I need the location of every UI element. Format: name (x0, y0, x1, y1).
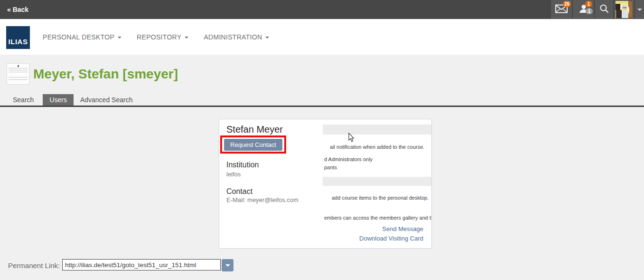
underlying-form-field (323, 177, 432, 186)
thumbnail-text-lines (9, 77, 28, 82)
underlying-text-fragment: ail notification when added to the cours… (330, 144, 424, 150)
underlying-text-fragment: add course items to the personal desktop… (332, 195, 429, 201)
chevron-down-icon (265, 37, 269, 39)
institution-value: leifos (226, 171, 241, 178)
underlying-text-fragment: pants (324, 164, 337, 170)
download-visiting-card-link[interactable]: Download Visiting Card (359, 235, 423, 242)
nav-label: PERSONAL DESKTOP (43, 33, 114, 41)
user-avatar-button[interactable] (614, 0, 634, 19)
mail-count-badge: 26 (563, 1, 571, 7)
user-profile-card: ail notification when added to the cours… (219, 119, 432, 249)
institution-label: Institution (226, 161, 259, 169)
nav-label: REPOSITORY (137, 33, 181, 41)
contacts-button[interactable]: 1 1 (573, 0, 594, 19)
tab-bar: Search Users Advanced Search (13, 94, 132, 106)
contacts-online-badge: 1 (586, 8, 593, 14)
nav-repository[interactable]: REPOSITORY (137, 33, 188, 41)
mouse-cursor (348, 133, 355, 144)
ilias-app-window: « Back 26 1 (0, 0, 644, 280)
nav-personal-desktop[interactable]: PERSONAL DESKTOP (43, 33, 121, 41)
chevron-down-icon (637, 9, 642, 11)
ilias-logo[interactable]: ILIAS (6, 26, 30, 49)
tab-bar-underline (0, 106, 644, 107)
thumbnail-mark (18, 65, 19, 67)
avatar (616, 1, 633, 18)
chevron-down-icon (225, 264, 230, 267)
tab-users[interactable]: Users (43, 94, 74, 106)
chevron-down-icon (118, 37, 121, 39)
profile-user-name: Stefan Meyer (226, 124, 283, 135)
search-icon (600, 4, 609, 15)
send-message-link[interactable]: Send Message (382, 225, 423, 232)
tab-advanced-search[interactable]: Advanced Search (80, 94, 133, 106)
top-bar: « Back 26 1 (0, 0, 644, 19)
main-navigation: PERSONAL DESKTOP REPOSITORY ADMINISTRATI… (43, 19, 269, 55)
email-value: E-Mail: meyer@leifos.com (226, 196, 299, 203)
contacts-request-badge: 1 (585, 1, 592, 7)
top-bar-icon-panel: 26 1 1 (550, 0, 644, 19)
back-button[interactable]: « Back (7, 0, 28, 19)
permanent-link-input[interactable] (62, 259, 221, 270)
permanent-link-dropdown-button[interactable] (222, 259, 233, 271)
mail-button[interactable]: 26 (551, 0, 572, 19)
underlying-text-fragment: embers can access the members gallery an… (324, 215, 432, 221)
ilias-logo-text: ILIAS (9, 38, 28, 46)
thumbnail-text-lines (9, 68, 28, 74)
permanent-link-label: Permanent Link: (8, 261, 60, 270)
nav-label: ADMINISTRATION (204, 33, 262, 41)
tab-search[interactable]: Search (13, 94, 34, 106)
request-contact-button[interactable]: Request Contact (224, 139, 282, 151)
underlying-text-fragment: d Administrators only (324, 156, 373, 162)
search-button[interactable] (595, 0, 613, 19)
annotation-highlight-box: Request Contact (220, 135, 286, 154)
nav-administration[interactable]: ADMINISTRATION (204, 33, 269, 41)
avatar-menu-button[interactable] (635, 0, 644, 19)
underlying-form-field (323, 125, 432, 135)
contact-label: Contact (226, 187, 252, 196)
page-title: Meyer, Stefan [smeyer] (33, 67, 178, 82)
chevron-down-icon (185, 37, 188, 39)
user-content-thumbnail (7, 63, 29, 85)
